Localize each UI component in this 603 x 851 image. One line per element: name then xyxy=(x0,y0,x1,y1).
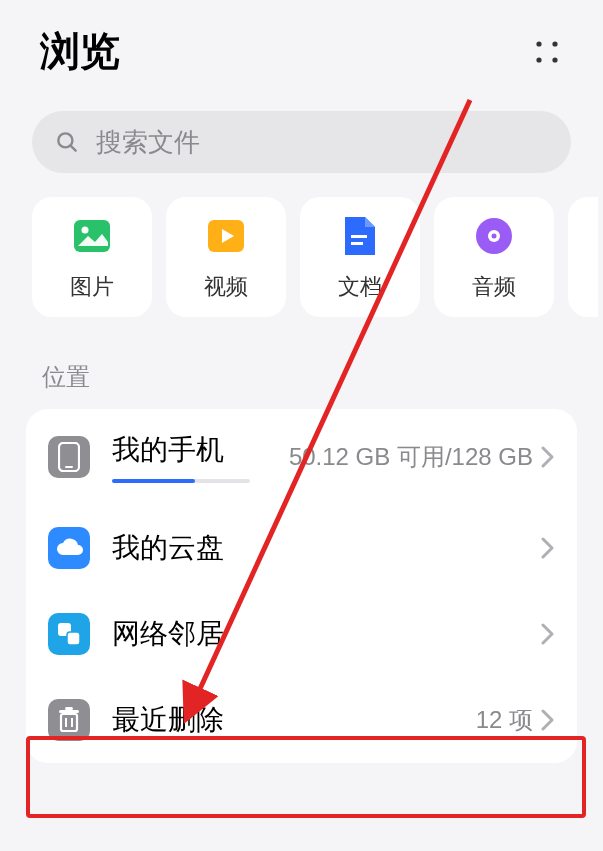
document-icon xyxy=(336,212,384,260)
svg-point-7 xyxy=(82,227,89,234)
svg-point-13 xyxy=(492,234,497,239)
location-my-phone[interactable]: 我的手机 50.12 GB 可用/128 GB xyxy=(26,409,577,505)
audio-icon xyxy=(470,212,518,260)
location-label: 最近删除 xyxy=(112,701,476,739)
image-icon xyxy=(68,212,116,260)
category-label: 图片 xyxy=(70,272,114,302)
location-label: 网络邻居 xyxy=(112,615,541,653)
search-placeholder: 搜索文件 xyxy=(96,125,200,160)
svg-rect-15 xyxy=(65,466,73,468)
scan-icon xyxy=(533,38,561,66)
video-icon xyxy=(202,212,250,260)
chevron-right-icon xyxy=(541,446,555,468)
network-icon xyxy=(48,613,90,655)
trash-count: 12 项 xyxy=(476,704,533,736)
storage-detail: 50.12 GB 可用/128 GB xyxy=(289,441,533,473)
category-video[interactable]: 视频 xyxy=(166,197,286,317)
chevron-right-icon xyxy=(541,537,555,559)
chevron-right-icon xyxy=(541,709,555,731)
category-images[interactable]: 图片 xyxy=(32,197,152,317)
trash-icon xyxy=(48,699,90,741)
search-icon xyxy=(54,129,80,155)
svg-point-0 xyxy=(536,41,541,46)
svg-rect-20 xyxy=(65,707,73,710)
page-title: 浏览 xyxy=(40,24,120,79)
svg-point-2 xyxy=(536,57,541,62)
category-label: 音频 xyxy=(472,272,516,302)
location-label: 我的手机 xyxy=(112,431,289,469)
svg-rect-19 xyxy=(59,710,79,713)
category-audio[interactable]: 音频 xyxy=(434,197,554,317)
svg-rect-9 xyxy=(351,235,367,238)
svg-rect-17 xyxy=(67,632,80,645)
svg-line-5 xyxy=(71,146,76,151)
category-more-peek[interactable] xyxy=(568,197,598,317)
svg-rect-18 xyxy=(61,714,77,731)
chevron-right-icon xyxy=(541,623,555,645)
locations-list: 我的手机 50.12 GB 可用/128 GB 我的云盘 xyxy=(26,409,577,763)
storage-bar xyxy=(112,479,250,483)
storage-bar-fill xyxy=(112,479,195,483)
category-scroll[interactable]: 图片 视频 文档 音频 xyxy=(0,197,603,317)
category-docs[interactable]: 文档 xyxy=(300,197,420,317)
location-network[interactable]: 网络邻居 xyxy=(26,591,577,677)
phone-icon xyxy=(48,436,90,478)
svg-point-3 xyxy=(552,57,557,62)
location-recently-deleted[interactable]: 最近删除 12 项 xyxy=(26,677,577,763)
section-title-locations: 位置 xyxy=(0,317,603,409)
svg-rect-10 xyxy=(351,242,363,245)
category-label: 视频 xyxy=(204,272,248,302)
location-label: 我的云盘 xyxy=(112,529,541,567)
svg-rect-6 xyxy=(74,220,110,252)
search-input[interactable]: 搜索文件 xyxy=(32,111,571,173)
menu-button[interactable] xyxy=(531,36,563,68)
cloud-icon xyxy=(48,527,90,569)
svg-point-1 xyxy=(552,41,557,46)
category-label: 文档 xyxy=(338,272,382,302)
location-cloud-drive[interactable]: 我的云盘 xyxy=(26,505,577,591)
